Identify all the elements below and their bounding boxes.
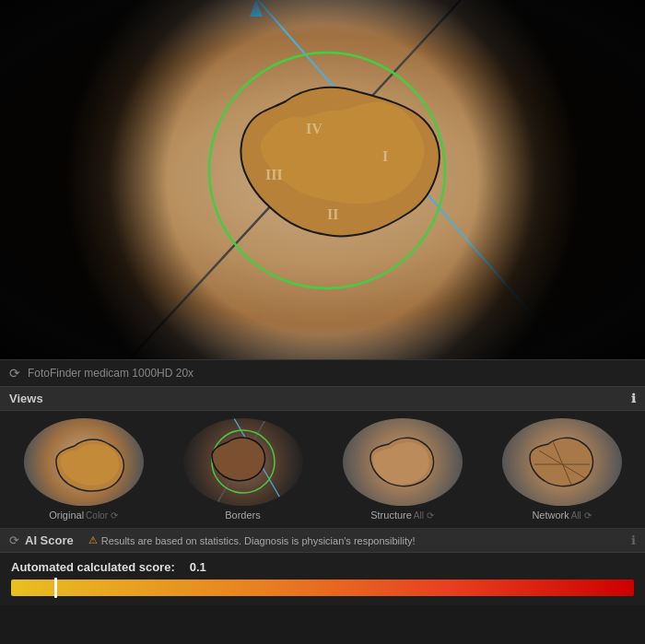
ai-score-warning: ⚠ Results are based on statistics. Diagn… <box>88 534 416 546</box>
ai-score-icon: ⟳ <box>9 533 19 547</box>
score-indicator <box>54 578 57 598</box>
thumb-network-circle <box>502 418 622 506</box>
score-row: Automated calculated score: 0.1 <box>11 560 634 574</box>
thumb-network-label: Network <box>532 509 569 521</box>
views-header: Views ℹ <box>0 386 645 411</box>
thumb-network-svg <box>502 418 622 506</box>
ai-score-warning-text: Results are based on statistics. Diagnos… <box>101 535 416 546</box>
thumb-structure-refresh-icon: All ⟳ <box>414 510 434 521</box>
ai-score-info-icon[interactable]: ℹ <box>631 533 636 547</box>
thumb-borders[interactable]: Borders <box>165 418 321 521</box>
thumb-network[interactable]: Network All ⟳ <box>484 418 639 521</box>
ai-score-section: ⟳ AI Score ⚠ Results are based on statis… <box>0 528 645 605</box>
score-bar <box>11 580 634 596</box>
thumb-borders-label-row: Borders <box>225 509 261 521</box>
warning-icon: ⚠ <box>88 534 98 546</box>
thumb-original[interactable]: Original Color ⟳ <box>6 418 161 521</box>
thumb-original-label-row: Original Color ⟳ <box>49 509 118 521</box>
ai-score-title: AI Score <box>25 533 74 547</box>
thumb-structure-svg <box>343 418 463 506</box>
views-section: Views ℹ Original Color ⟳ <box>0 386 645 528</box>
scope-overlay <box>0 0 645 359</box>
score-label: Automated calculated score: <box>11 560 175 574</box>
main-image-area: I II III IV <box>0 0 645 359</box>
thumb-network-label-row: Network All ⟳ <box>532 509 591 521</box>
thumb-structure-circle <box>343 418 463 506</box>
score-value: 0.1 <box>190 560 206 574</box>
thumb-network-refresh-icon: All ⟳ <box>571 510 592 521</box>
device-label: FotoFinder medicam 1000HD 20x <box>28 367 194 380</box>
thumb-original-label: Original <box>49 509 84 521</box>
thumb-structure[interactable]: Structure All ⟳ <box>324 418 480 521</box>
thumb-original-svg <box>24 418 144 506</box>
views-title: Views <box>9 392 43 405</box>
views-info-icon[interactable]: ℹ <box>631 392 636 405</box>
thumb-structure-label: Structure <box>370 509 412 521</box>
thumbnails-row: Original Color ⟳ Borders <box>0 411 645 528</box>
thumb-borders-label: Borders <box>225 509 261 521</box>
thumb-borders-circle <box>183 418 303 506</box>
ai-score-body: Automated calculated score: 0.1 <box>0 553 645 605</box>
thumb-structure-label-row: Structure All ⟳ <box>370 509 434 521</box>
thumb-original-refresh-icon: Color ⟳ <box>86 510 118 521</box>
thumb-original-circle <box>24 418 144 506</box>
device-bar: ⟳ FotoFinder medicam 1000HD 20x <box>0 359 645 386</box>
thumb-borders-svg <box>183 418 303 506</box>
refresh-icon[interactable]: ⟳ <box>9 366 20 381</box>
ai-score-header: ⟳ AI Score ⚠ Results are based on statis… <box>0 529 645 553</box>
